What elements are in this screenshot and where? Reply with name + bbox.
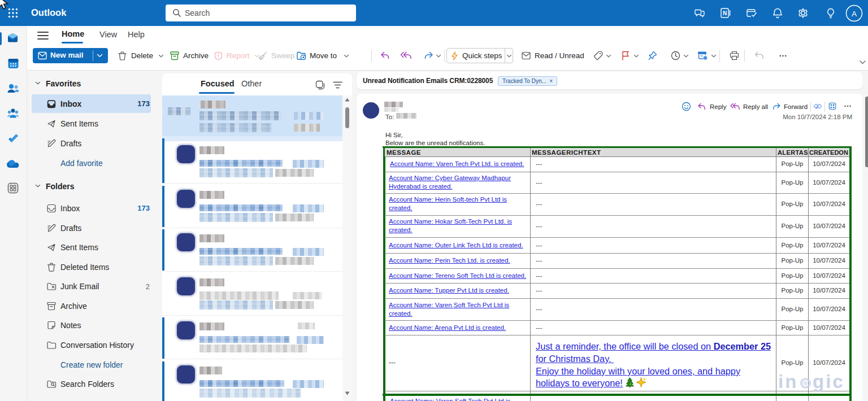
svg-text:N: N	[723, 10, 727, 16]
svg-text:A: A	[852, 10, 857, 18]
